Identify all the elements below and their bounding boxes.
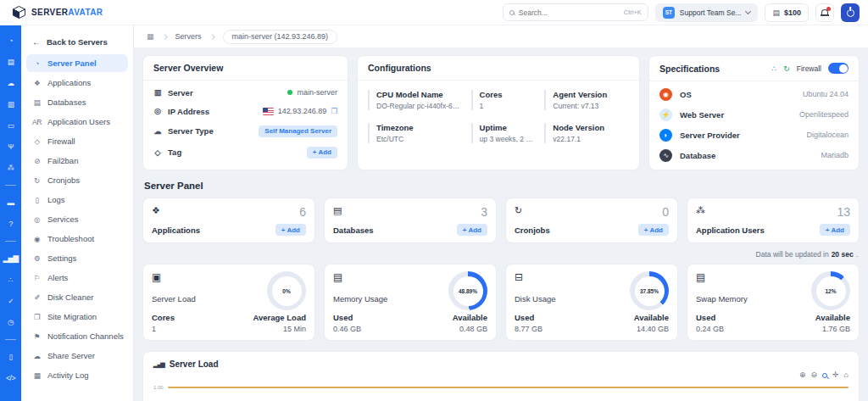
sidebar-item-firewall[interactable]: ◇Firewall — [26, 132, 128, 150]
applications-stat-card[interactable]: ❖6 Applications+ Add — [142, 198, 315, 243]
rail-network-icon[interactable]: Ψ — [8, 142, 14, 151]
search-input[interactable] — [519, 8, 620, 17]
applications-count: 6 — [299, 205, 306, 219]
bar-chart-icon: ▂▄▆ — [153, 361, 164, 368]
top-bar-actions: Ctrl+K ST Support Team Se... ▤ $100 — [503, 3, 860, 22]
zoom-in-icon[interactable]: ⊕ — [799, 371, 806, 379]
chart-plot-area: 1.00 — [153, 385, 849, 390]
sidebar-item-logs[interactable]: ▯Logs — [26, 191, 128, 209]
balance-button[interactable]: ▤ $100 — [765, 3, 809, 22]
breadcrumb-chevron-icon — [209, 33, 214, 39]
config-cpu-model: CPU Model NameDO-Regular pc-i440fx-6.1 C… — [368, 90, 461, 110]
gauge-icon: ◔ — [32, 59, 42, 68]
sidebar-item-settings[interactable]: ⚙Settings — [26, 249, 128, 267]
refresh-icon[interactable]: ↻ — [783, 64, 790, 73]
spec-row-os: ◉OS Ubuntu 24.04 — [649, 84, 859, 104]
sidebar-item-share-server[interactable]: ☁Share Server — [26, 347, 128, 365]
litespeed-logo-icon: ⚡ — [659, 109, 672, 121]
sidebar-item-fail2ban[interactable]: ⊘Fail2ban — [26, 152, 128, 170]
sidebar-item-alerts[interactable]: ⚐Alerts — [26, 269, 128, 287]
reset-zoom-icon[interactable]: ⌂ — [844, 371, 849, 379]
sidebar-item-services[interactable]: ◎Services — [26, 210, 128, 228]
swap-memory-donut: 12% — [811, 271, 850, 310]
logo-cube-icon — [12, 5, 26, 19]
config-agent-version: Agent VersionCurrent: v7.13 — [544, 90, 629, 110]
rail-teams-icon[interactable]: ⁂ — [8, 164, 14, 172]
power-icon — [847, 9, 854, 17]
power-button[interactable] — [841, 3, 860, 22]
rail-divider — [5, 339, 16, 340]
databases-count: 3 — [481, 205, 487, 219]
breadcrumb-current-server[interactable]: main-server (142.93.246.89) — [223, 30, 338, 44]
sidebar-item-site-migration[interactable]: ❐Site Migration — [26, 308, 128, 326]
configurations-card: Configurations CPU Model NameDO-Regular … — [357, 55, 640, 170]
top-bar: SERVERAVATAR Ctrl+K ST Support Team Se..… — [0, 0, 868, 25]
rail-billing-icon[interactable]: ▬ — [8, 198, 14, 207]
database-icon: ▤ — [333, 205, 342, 216]
sidebar-item-server-panel[interactable]: ◔Server Panel — [26, 54, 128, 72]
disk-usage-card: ⊟ Disk Usage 37.85% Used8.77 GB Availabl… — [505, 264, 678, 341]
swap-memory-card: ▤ Swap Memory 12% Used0.24 GB Available1… — [687, 264, 860, 341]
breadcrumb: ▦ Servers main-server (142.93.246.89) — [134, 25, 868, 48]
pan-icon[interactable]: ✛ — [832, 371, 839, 379]
add-tag-button[interactable]: + Add — [307, 147, 337, 159]
ban-icon: ⊘ — [32, 157, 42, 165]
cronjobs-stat-card[interactable]: ↻0 Cronjobs+ Add — [505, 198, 678, 243]
notifications-button[interactable] — [815, 3, 834, 22]
rail-profile-icon[interactable]: ◷ — [8, 318, 14, 326]
sidebar-item-activity-log[interactable]: ▦Activity Log — [26, 366, 128, 384]
selection-zoom-icon[interactable] — [822, 373, 827, 378]
rail-analytics-icon[interactable]: ▂▅▇ — [3, 254, 18, 263]
grid-icon[interactable]: ▦ — [147, 32, 154, 41]
rail-connections-icon[interactable]: ∴ — [8, 276, 13, 284]
rail-dashboard-icon[interactable]: ◔ — [8, 36, 13, 45]
cloud-icon: ☁ — [153, 127, 162, 136]
us-flag-icon — [263, 108, 274, 115]
notification-badge — [826, 7, 831, 11]
sidebar-item-troubleshoot[interactable]: ◉Troubleshoot — [26, 230, 128, 248]
rail-devices-icon[interactable]: ▯ — [8, 353, 12, 361]
migration-icon: ❐ — [32, 313, 42, 321]
add-application-user-button[interactable]: + Add — [820, 224, 850, 236]
add-application-button[interactable]: + Add — [275, 224, 306, 236]
rail-docs-icon[interactable]: ▤ — [8, 58, 14, 66]
rail-help-icon[interactable]: ? — [8, 220, 12, 228]
users-icon: ⁂ — [696, 205, 705, 216]
back-to-servers[interactable]: ← Back to Servers — [26, 32, 128, 52]
specifications-title: Specifications — [659, 64, 720, 74]
copy-icon[interactable]: ❐ — [331, 107, 337, 115]
refresh-icon: ↻ — [515, 205, 522, 216]
firewall-toggle[interactable] — [828, 63, 849, 74]
search-box[interactable]: Ctrl+K — [503, 3, 648, 21]
rail-servers-icon[interactable]: ▭ — [8, 121, 14, 130]
sidebar-item-cronjobs[interactable]: ↻Cronjobs — [26, 171, 128, 189]
application-users-stat-card[interactable]: ⁂13 Application Users+ Add — [687, 198, 860, 243]
rail-code-icon[interactable]: </> — [6, 374, 15, 382]
config-uptime: Uptimeup 3 weeks, 2 days, 8 hours, ... — [471, 123, 535, 143]
sidebar-item-applications[interactable]: ❖Applications — [26, 74, 128, 92]
sidebar-item-disk-cleaner[interactable]: ✐Disk Cleaner — [26, 288, 128, 306]
sidebar-item-notification-channels[interactable]: ⚑Notification Channels — [26, 327, 128, 345]
share-icon[interactable]: ∴ — [771, 64, 776, 73]
zoom-out-icon[interactable]: ⊖ — [810, 371, 817, 379]
apps-icon: ❖ — [32, 79, 42, 87]
databases-stat-card[interactable]: ▤3 Databases+ Add — [324, 198, 497, 243]
sidebar-item-application-users[interactable]: ARApplication Users — [26, 113, 128, 131]
rail-divider — [5, 241, 16, 242]
add-cronjob-button[interactable]: + Add — [638, 224, 669, 236]
rail-databases-icon[interactable]: ▥ — [8, 100, 14, 109]
rail-applications-icon[interactable]: ☁ — [8, 79, 14, 87]
status-dot — [287, 90, 292, 95]
logo[interactable]: SERVERAVATAR — [8, 5, 103, 19]
server-name: main-server — [297, 88, 337, 97]
wallet-icon: ▤ — [772, 8, 780, 17]
tag-icon: ◇ — [153, 148, 162, 157]
team-dropdown[interactable]: ST Support Team Se... — [655, 3, 759, 22]
application-users-count: 13 — [837, 205, 850, 219]
breadcrumb-servers[interactable]: Servers — [175, 32, 202, 41]
add-database-button[interactable]: + Add — [457, 224, 487, 236]
sidebar-item-databases[interactable]: ▤Databases — [26, 93, 128, 111]
rail-status-icon[interactable]: ✓ — [8, 297, 14, 305]
digitalocean-logo-icon: ◗ — [659, 129, 672, 142]
search-shortcut: Ctrl+K — [624, 8, 642, 16]
